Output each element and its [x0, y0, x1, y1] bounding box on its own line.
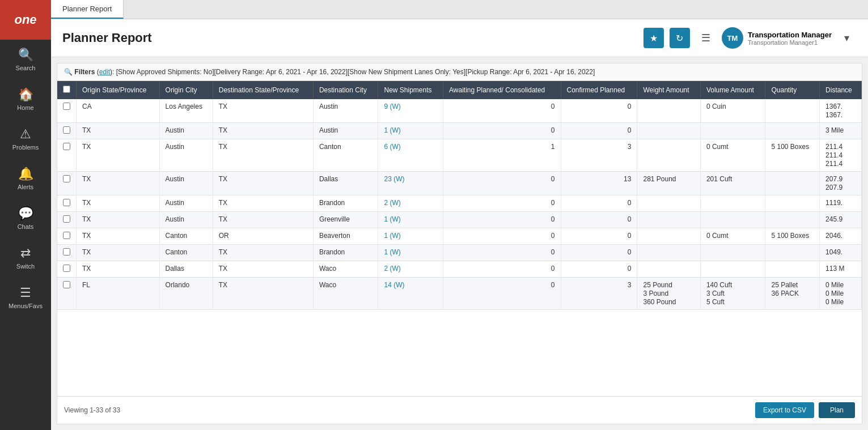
cell-origin-city: Austin [159, 139, 213, 172]
cell-new-shipments[interactable]: 2 (W) [378, 261, 443, 278]
cell-origin-state: TX [77, 139, 160, 172]
cell-awaiting-planned: 0 [443, 123, 561, 139]
cell-quantity [765, 172, 820, 195]
cell-distance: 113 M [820, 261, 862, 278]
sidebar-item-menus[interactable]: ☰ Menus/Favs [0, 278, 51, 317]
cell-weight-amount: 25 Pound3 Pound360 Pound [637, 278, 700, 310]
star-button[interactable]: ★ [643, 28, 664, 48]
cell-distance: 207.9207.9 [820, 172, 862, 195]
cell-new-shipments[interactable]: 1 (W) [378, 212, 443, 228]
footer: Viewing 1-33 of 33 Export to CSV Plan [57, 396, 862, 424]
user-role: Transportation Manager1 [748, 39, 832, 46]
cell-new-shipments[interactable]: 14 (W) [378, 278, 443, 310]
sidebar-item-chats[interactable]: 💬 Chats [0, 198, 51, 238]
cell-awaiting-planned: 1 [443, 139, 561, 172]
sidebar-item-switch[interactable]: ⇄ Switch [0, 238, 51, 278]
cell-origin-city: Canton [159, 228, 213, 245]
warning-icon: ⚠ [20, 127, 31, 142]
row-checkbox-cell[interactable] [57, 99, 77, 123]
row-checkbox[interactable] [63, 232, 70, 239]
cell-new-shipments[interactable]: 1 (W) [378, 245, 443, 261]
col-awaiting-planned: Awaiting Planned/ Consolidated [443, 81, 561, 99]
cell-volume-amount [700, 123, 765, 139]
row-checkbox[interactable] [63, 215, 70, 223]
tab-planner-report[interactable]: Planner Report [51, 0, 124, 19]
user-dropdown-icon[interactable]: ▾ [836, 28, 857, 48]
row-checkbox[interactable] [63, 281, 70, 288]
row-checkbox[interactable] [63, 199, 70, 206]
filters-bar: 🔍 Filters (edit): [Show Approved Shipmen… [57, 63, 862, 81]
row-checkbox-cell[interactable] [57, 278, 77, 310]
cell-volume-amount: 0 Cumt [700, 139, 765, 172]
cell-dest-city: Greenville [313, 212, 378, 228]
table-header-row: Origin State/Province Origin City Destin… [57, 81, 862, 99]
cell-dest-city: Beaverton [313, 228, 378, 245]
cell-quantity [765, 212, 820, 228]
sidebar-item-home[interactable]: 🏠 Home [0, 79, 51, 119]
header-actions: ★ ↻ ☰ TM Transportation Manager Transpor… [643, 27, 857, 49]
cell-new-shipments[interactable]: 23 (W) [378, 172, 443, 195]
cell-new-shipments[interactable]: 6 (W) [378, 139, 443, 172]
cell-dest-city: Austin [313, 99, 378, 123]
row-checkbox-cell[interactable] [57, 195, 77, 212]
search-icon: 🔍 [18, 48, 33, 62]
cell-origin-city: Austin [159, 212, 213, 228]
cell-origin-city: Austin [159, 123, 213, 139]
header-checkbox[interactable] [57, 81, 77, 99]
cell-new-shipments[interactable]: 2 (W) [378, 195, 443, 212]
menu-button[interactable]: ☰ [696, 28, 716, 48]
export-csv-button[interactable]: Export to CSV [755, 402, 814, 418]
row-checkbox[interactable] [63, 143, 70, 150]
col-weight-amount: Weight Amount [637, 81, 700, 99]
cell-origin-state: TX [77, 195, 160, 212]
cell-new-shipments[interactable]: 1 (W) [378, 123, 443, 139]
row-checkbox-cell[interactable] [57, 123, 77, 139]
col-origin-city: Origin City [159, 81, 213, 99]
sidebar-item-search[interactable]: 🔍 Search [0, 40, 51, 79]
table-row: TXAustinTXAustin1 (W)003 Mile [57, 123, 862, 139]
col-volume-amount: Volume Amount [700, 81, 765, 99]
row-checkbox[interactable] [63, 265, 70, 272]
filters-edit-link[interactable]: edit [99, 68, 110, 76]
row-checkbox-cell[interactable] [57, 172, 77, 195]
sidebar-item-label: Home [17, 104, 33, 111]
refresh-button[interactable]: ↻ [670, 28, 690, 48]
cell-dest-city: Canton [313, 139, 378, 172]
cell-new-shipments[interactable]: 1 (W) [378, 228, 443, 245]
sidebar-item-alerts[interactable]: 🔔 Alerts [0, 159, 51, 198]
row-checkbox[interactable] [63, 103, 70, 110]
sidebar-item-problems[interactable]: ⚠ Problems [0, 119, 51, 159]
sidebar-item-label: Switch [16, 263, 35, 270]
table-container[interactable]: Origin State/Province Origin City Destin… [57, 81, 862, 396]
user-info: Transportation Manager Transportation Ma… [748, 31, 832, 46]
row-checkbox-cell[interactable] [57, 139, 77, 172]
cell-dest-state: TX [213, 123, 313, 139]
col-new-shipments: New Shipments [378, 81, 443, 99]
row-checkbox-cell[interactable] [57, 228, 77, 245]
cell-dest-state: TX [213, 212, 313, 228]
avatar: TM [722, 27, 743, 49]
cell-awaiting-planned: 0 [443, 228, 561, 245]
plan-button[interactable]: Plan [819, 402, 855, 418]
row-checkbox[interactable] [63, 175, 70, 182]
cell-distance: 1049. [820, 245, 862, 261]
tab-bar: Planner Report [51, 0, 868, 19]
sidebar-item-label: Menus/Favs [9, 303, 43, 309]
row-checkbox-cell[interactable] [57, 212, 77, 228]
select-all-checkbox[interactable] [63, 86, 70, 93]
cell-new-shipments[interactable]: 9 (W) [378, 99, 443, 123]
row-checkbox-cell[interactable] [57, 261, 77, 278]
table-row: TXCantonTXBrandon1 (W)001049. [57, 245, 862, 261]
row-checkbox[interactable] [63, 126, 70, 134]
row-checkbox[interactable] [63, 248, 70, 256]
cell-dest-state: TX [213, 99, 313, 123]
footer-buttons: Export to CSV Plan [755, 402, 855, 418]
cell-origin-city: Austin [159, 172, 213, 195]
cell-quantity [765, 245, 820, 261]
cell-distance: 2046. [820, 228, 862, 245]
row-checkbox-cell[interactable] [57, 245, 77, 261]
table-body: CALos AngelesTXAustin9 (W)000 Cuin1367.1… [57, 99, 862, 310]
cell-volume-amount [700, 261, 765, 278]
table-row: TXCantonORBeaverton1 (W)000 Cumt5 100 Bo… [57, 228, 862, 245]
cell-volume-amount: 140 Cuft3 Cuft5 Cuft [700, 278, 765, 310]
